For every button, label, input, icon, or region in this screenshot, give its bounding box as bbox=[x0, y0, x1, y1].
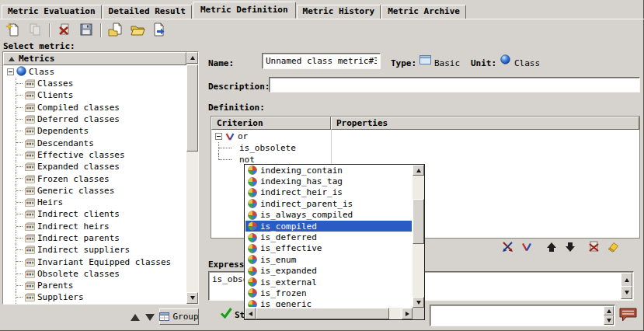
criterion-option[interactable]: is_generic bbox=[245, 299, 412, 307]
expression-scroll-up-button[interactable] bbox=[621, 273, 632, 287]
erase-criterion-button[interactable] bbox=[604, 241, 620, 255]
copy-metric-button[interactable] bbox=[25, 21, 45, 40]
move-metric-down-button[interactable] bbox=[144, 311, 156, 323]
criterion-option[interactable]: is_enum bbox=[245, 254, 412, 265]
name-input[interactable] bbox=[262, 53, 381, 69]
scroll-left-button[interactable] bbox=[245, 308, 256, 319]
criterion-option[interactable]: is_frozen bbox=[245, 287, 412, 298]
delete-metric-icon bbox=[57, 22, 72, 40]
metric-tree-item[interactable]: Indirect heirs bbox=[3, 221, 186, 232]
comment-bubble-icon[interactable] bbox=[619, 308, 637, 322]
metric-tree-item-label: Generic classes bbox=[37, 186, 114, 196]
criterion-label: is_obsolete bbox=[239, 143, 296, 153]
scroll-down-button[interactable] bbox=[413, 297, 424, 308]
scrollbar-thumb[interactable] bbox=[256, 308, 389, 319]
move-criterion-up-button[interactable] bbox=[544, 241, 559, 255]
collapse-icon[interactable] bbox=[7, 68, 14, 75]
comment-scroll-up-button[interactable] bbox=[604, 306, 614, 315]
criterion-option[interactable]: indexing_contain bbox=[245, 165, 412, 176]
dropdown-horizontal-scrollbar[interactable] bbox=[245, 308, 413, 319]
tab-detailed-result[interactable]: Detailed Result bbox=[103, 5, 192, 19]
criterion-option[interactable]: is_always_compiled bbox=[245, 210, 412, 221]
metric-tree-item[interactable]: Frozen classes bbox=[3, 172, 186, 184]
or-criterion-button[interactable] bbox=[519, 241, 534, 255]
properties-column-header[interactable]: Properties bbox=[331, 117, 639, 130]
new-metric-button[interactable] bbox=[3, 21, 23, 40]
collapse-icon[interactable] bbox=[215, 133, 222, 140]
import-metrics-icon bbox=[108, 22, 124, 40]
swap-criterion-button[interactable] bbox=[500, 241, 515, 255]
criterion-option[interactable]: indirect_heir_is bbox=[245, 187, 412, 198]
triangle-up-icon bbox=[607, 309, 611, 313]
metric-tree-item-label: Invariant Equipped classes bbox=[37, 257, 171, 267]
group-button-label: Group bbox=[172, 312, 198, 322]
scroll-down-button[interactable] bbox=[186, 292, 198, 304]
metric-tree-item[interactable]: Suppliers bbox=[3, 291, 186, 303]
metric-tree-item[interactable]: Clients bbox=[3, 89, 186, 101]
export-metrics-button[interactable] bbox=[149, 21, 169, 40]
criterion-option[interactable]: is_compiled bbox=[245, 221, 412, 232]
criterion-option[interactable]: indexing_has_tag bbox=[245, 176, 412, 186]
delete-metric-button[interactable] bbox=[54, 21, 75, 40]
criterion-option[interactable]: is_external bbox=[245, 277, 412, 287]
criterion-option[interactable]: indirect_parent_is bbox=[245, 198, 412, 209]
scroll-up-button[interactable] bbox=[413, 165, 424, 176]
criterion-option[interactable]: is_expanded bbox=[245, 266, 412, 277]
criterion-option-label: is_frozen bbox=[260, 288, 307, 298]
criterion-option-label: is_deferred bbox=[260, 232, 317, 242]
scroll-right-button[interactable] bbox=[402, 308, 413, 319]
triangle-left-icon bbox=[249, 312, 252, 316]
group-toggle-button[interactable]: Group bbox=[159, 308, 199, 325]
metric-tree-item-label: Effective classes bbox=[37, 150, 125, 160]
comment-scroll-down-button[interactable] bbox=[604, 315, 614, 325]
metric-tree-item[interactable]: Compiled classes bbox=[3, 102, 186, 113]
tab-metric-evaluation[interactable]: Metric Evaluation bbox=[2, 5, 102, 19]
tab-metric-definition[interactable]: Metric Definition bbox=[193, 2, 296, 19]
save-metric-button[interactable] bbox=[76, 21, 96, 40]
tab-metric-history[interactable]: Metric History bbox=[297, 5, 381, 19]
scrollbar-thumb[interactable] bbox=[186, 64, 198, 152]
metric-tree-item[interactable]: Invariant Equipped classes bbox=[3, 256, 186, 267]
scroll-up-button[interactable] bbox=[186, 52, 198, 64]
metric-tree-item[interactable]: Obsolete classes bbox=[3, 268, 186, 280]
delete-criterion-button[interactable] bbox=[586, 241, 601, 255]
metric-tree-item-label: Indirect heirs bbox=[37, 221, 110, 232]
metric-tree-item[interactable]: Effective classes bbox=[3, 149, 186, 161]
metric-tree-item[interactable]: Indirect suppliers bbox=[3, 244, 186, 256]
criterion-option[interactable]: is_effective bbox=[245, 243, 412, 254]
metric-tree-item[interactable]: Parents bbox=[3, 280, 186, 291]
move-metric-up-button[interactable] bbox=[129, 311, 141, 323]
name-label: Name: bbox=[208, 58, 234, 68]
metric-tree-item[interactable]: Heirs bbox=[3, 197, 186, 208]
metric-tree-item[interactable]: Expanded classes bbox=[3, 161, 186, 172]
metric-tree-item[interactable]: Indirect parents bbox=[3, 232, 186, 244]
expression-scroll-down-button[interactable] bbox=[621, 286, 632, 299]
metric-tree-item[interactable]: Indirect clients bbox=[3, 208, 186, 220]
dropdown-vertical-scrollbar[interactable] bbox=[413, 165, 424, 308]
metric-tree-item[interactable]: Descendants bbox=[3, 137, 186, 148]
swap-criterion-icon bbox=[501, 241, 514, 255]
import-metrics-button[interactable] bbox=[106, 21, 126, 40]
triangle-down-icon bbox=[625, 291, 629, 294]
class-unit-sphere-icon bbox=[16, 66, 26, 78]
metric-tree-item[interactable]: Deferred classes bbox=[3, 113, 186, 125]
criterion-option[interactable]: is_deferred bbox=[245, 232, 412, 242]
criterion-option-label: is_enum bbox=[260, 255, 296, 265]
open-metric-file-button[interactable] bbox=[127, 21, 148, 40]
metric-tree-item[interactable]: Classes bbox=[3, 78, 186, 89]
tree-vertical-scrollbar[interactable] bbox=[186, 52, 198, 304]
tab-metric-archive[interactable]: Metric Archive bbox=[381, 5, 466, 19]
move-criterion-down-button[interactable] bbox=[562, 241, 578, 255]
scrollbar-thumb[interactable] bbox=[413, 199, 424, 244]
metric-tree-item[interactable]: Dependents bbox=[3, 125, 186, 137]
comment-area[interactable] bbox=[430, 305, 615, 326]
metric-tree-header[interactable]: Metrics bbox=[3, 52, 186, 65]
description-input[interactable] bbox=[269, 77, 640, 92]
criterion-row-is-obsolete[interactable]: is_obsolete bbox=[211, 142, 639, 154]
criterion-column-header[interactable]: Criterion bbox=[211, 117, 331, 130]
criterion-pie-icon bbox=[248, 267, 257, 276]
metric-tree-item-label: Clients bbox=[37, 90, 73, 100]
tree-root-class[interactable]: Class bbox=[3, 66, 186, 78]
criterion-row-or[interactable]: or bbox=[211, 131, 639, 142]
metric-tree-item[interactable]: Generic classes bbox=[3, 185, 186, 197]
